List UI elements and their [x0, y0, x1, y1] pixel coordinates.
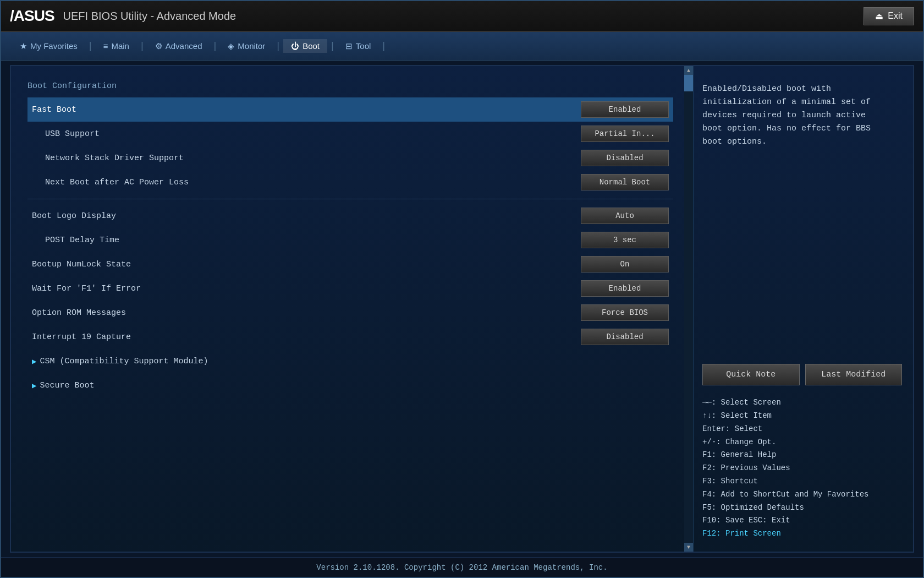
wait-f1-label: Wait For 'F1' If Error	[32, 284, 581, 293]
nav-item-advanced[interactable]: ⚙ Advanced	[147, 39, 210, 53]
numlock-value[interactable]: On	[581, 256, 669, 272]
scroll-up-arrow[interactable]: ▲	[684, 66, 693, 75]
secure-boot-label: Secure Boot	[40, 381, 94, 390]
interrupt19-label: Interrupt 19 Capture	[32, 332, 581, 342]
boot-logo-value[interactable]: Auto	[581, 208, 669, 224]
shortcuts-panel: →←: Select Screen ↑↓: Select Item Enter:…	[702, 396, 902, 541]
setting-row-fast-boot[interactable]: Fast Boot Enabled	[28, 97, 673, 122]
network-stack-value[interactable]: Disabled	[581, 150, 669, 166]
setting-row-option-rom[interactable]: Option ROM Messages Force BIOS	[28, 301, 673, 325]
scroll-track	[684, 75, 693, 543]
description-text: Enabled/Disabled boot withinitialization…	[702, 84, 871, 146]
scroll-down-arrow[interactable]: ▼	[684, 543, 693, 552]
next-boot-label: Next Boot after AC Power Loss	[32, 178, 581, 187]
nav-item-tool[interactable]: ⊟ Tool	[338, 39, 379, 53]
csm-icon: ▶	[32, 357, 36, 366]
shortcut-f4: F4: Add to ShortCut and My Favorites	[702, 488, 902, 501]
setting-row-usb-support[interactable]: USB Support Partial In...	[28, 122, 673, 146]
fast-boot-value[interactable]: Enabled	[581, 101, 669, 118]
nav-item-monitor[interactable]: ◈ Monitor	[220, 39, 273, 53]
last-modified-button[interactable]: Last Modified	[805, 364, 903, 385]
setting-row-network-stack[interactable]: Network Stack Driver Support Disabled	[28, 146, 673, 170]
setting-row-next-boot[interactable]: Next Boot after AC Power Loss Normal Boo…	[28, 170, 673, 194]
nav-item-main[interactable]: ≡ Main	[96, 39, 137, 53]
favorites-icon: ★	[20, 41, 27, 51]
tool-icon: ⊟	[345, 41, 353, 51]
nav-sep-1: |	[87, 41, 94, 52]
numlock-label: Bootup NumLock State	[32, 260, 581, 269]
shortcut-select-screen: →←: Select Screen	[702, 396, 902, 410]
shortcut-f5: F5: Optimized Defaults	[702, 501, 902, 515]
shortcut-f3: F3: Shortcut	[702, 475, 902, 488]
shortcut-f2: F2: Previous Values	[702, 462, 902, 475]
shortcut-f12: F12: Print Screen	[702, 527, 902, 541]
navbar: ★ My Favorites | ≡ Main | ⚙ Advanced | ◈…	[1, 32, 923, 61]
shortcut-f10: F10: Save ESC: Exit	[702, 514, 902, 527]
setting-row-boot-logo[interactable]: Boot Logo Display Auto	[28, 204, 673, 228]
nav-sep-5: |	[329, 41, 336, 52]
shortcut-key-arrows: →←: Select Screen	[702, 398, 781, 407]
shortcut-select-item: ↑↓: Select Item	[702, 410, 902, 423]
option-rom-value[interactable]: Force BIOS	[581, 304, 669, 321]
secure-boot-icon: ▶	[32, 381, 36, 390]
asus-logo: /ASUS	[10, 7, 54, 25]
scrollbar: ▲ ▼	[684, 66, 693, 552]
divider-1	[28, 199, 673, 199]
setting-row-wait-f1[interactable]: Wait For 'F1' If Error Enabled	[28, 276, 673, 301]
next-boot-value[interactable]: Normal Boot	[581, 174, 669, 190]
wait-f1-value[interactable]: Enabled	[581, 280, 669, 297]
network-stack-label: Network Stack Driver Support	[32, 154, 581, 163]
csm-label: CSM (Compatibility Support Module)	[40, 357, 208, 366]
shortcut-change: +/-: Change Opt.	[702, 436, 902, 449]
setting-row-interrupt19[interactable]: Interrupt 19 Capture Disabled	[28, 325, 673, 349]
post-delay-label: POST Delay Time	[32, 236, 581, 245]
nav-item-boot[interactable]: ⏻ Boot	[283, 39, 327, 53]
option-rom-label: Option ROM Messages	[32, 308, 581, 318]
nav-sep-3: |	[212, 41, 218, 52]
interrupt19-value[interactable]: Disabled	[581, 329, 669, 345]
section-label: Boot Configuration	[28, 81, 673, 91]
setting-row-post-delay[interactable]: POST Delay Time 3 sec	[28, 228, 673, 252]
quick-note-button[interactable]: Quick Note	[702, 364, 800, 385]
nav-sep-4: |	[275, 41, 281, 52]
action-buttons: Quick Note Last Modified	[702, 364, 902, 385]
shortcut-enter: Enter: Select	[702, 423, 902, 436]
boot-icon: ⏻	[291, 41, 299, 51]
statusbar: Version 2.10.1208. Copyright (C) 2012 Am…	[1, 557, 923, 577]
submenu-secure-boot[interactable]: ▶ Secure Boot	[28, 373, 673, 397]
app-title: UEFI BIOS Utility - Advanced Mode	[63, 10, 864, 23]
main-icon: ≡	[103, 41, 108, 51]
setting-row-numlock[interactable]: Bootup NumLock State On	[28, 252, 673, 276]
boot-logo-label: Boot Logo Display	[32, 211, 581, 221]
advanced-icon: ⚙	[155, 41, 162, 51]
fast-boot-label: Fast Boot	[32, 105, 581, 114]
nav-item-favorites[interactable]: ★ My Favorites	[12, 39, 85, 53]
description-box: Enabled/Disabled boot withinitialization…	[702, 77, 902, 353]
post-delay-value[interactable]: 3 sec	[581, 232, 669, 248]
exit-icon: ⏏	[875, 11, 883, 21]
exit-button[interactable]: ⏏ Exit	[864, 7, 914, 25]
shortcut-f1: F1: General Help	[702, 449, 902, 462]
usb-support-value[interactable]: Partial In...	[581, 126, 669, 142]
scroll-thumb[interactable]	[684, 75, 693, 91]
monitor-icon: ◈	[228, 41, 234, 51]
statusbar-text: Version 2.10.1208. Copyright (C) 2012 Am…	[316, 563, 607, 572]
nav-sep-6: |	[381, 41, 387, 52]
nav-sep-2: |	[139, 41, 145, 52]
usb-support-label: USB Support	[32, 129, 581, 139]
submenu-csm[interactable]: ▶ CSM (Compatibility Support Module)	[28, 349, 673, 373]
